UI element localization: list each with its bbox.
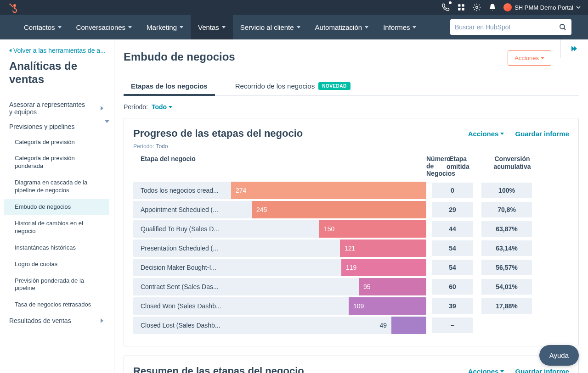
nav-item-informes[interactable]: Informes <box>376 15 424 39</box>
svg-line-9 <box>564 28 565 30</box>
funnel-bar: 274 <box>231 182 426 199</box>
sidebar-section-label: Previsiones y pipelines <box>9 123 74 130</box>
funnel-count: 150 <box>324 225 334 233</box>
caret-down-icon <box>128 26 132 28</box>
nav-item-automatización[interactable]: Automatización <box>308 15 376 39</box>
card-title: Resumen de las etapas del negocio <box>133 365 304 373</box>
svg-rect-6 <box>462 8 464 11</box>
navbar: ContactosConversacionesMarketingVentasSe… <box>0 15 588 39</box>
funnel-skipped-chip: 44 <box>432 221 473 237</box>
tab[interactable]: Recorrido de los negociosNOVEDAD <box>228 77 358 95</box>
funnel-stage-label: Contract Sent (Sales Das... <box>141 283 219 290</box>
caret-down-icon <box>541 57 544 59</box>
funnel-stage-label: Todos los negocios cread... <box>141 187 219 194</box>
chevron-double-right-icon <box>572 46 577 51</box>
funnel-row: Presentation Scheduled (... 121 54 63,14… <box>133 239 569 258</box>
funnel-stage-cell[interactable]: Qualified To Buy (Sales D... 150 <box>133 220 426 238</box>
funnel-bar: 245 <box>252 201 426 218</box>
sidebar-item[interactable]: Tasa de negocios retrasados <box>4 297 109 313</box>
tabs: Etapas de los negociosRecorrido de los n… <box>124 77 579 96</box>
chevron-down-icon <box>105 123 109 130</box>
funnel-stage-cell[interactable]: Decision Maker Bought-I... 119 <box>133 259 426 276</box>
sidebar-section-label: Resultados de ventas <box>9 317 71 324</box>
card-actions-dropdown[interactable]: Acciones <box>468 367 504 373</box>
chevron-down-icon <box>103 318 111 323</box>
avatar <box>503 3 512 11</box>
phone-icon[interactable] <box>441 3 450 12</box>
back-link[interactable]: Volver a las herramientas de a... <box>9 47 106 54</box>
funnel-bar: 95 <box>359 278 426 295</box>
funnel-stage-cell[interactable]: Todos los negocios cread... 274 <box>133 182 426 199</box>
svg-rect-4 <box>462 4 464 6</box>
funnel-skipped-chip: 39 <box>432 298 473 314</box>
sidebar-item[interactable]: Embudo de negocios <box>4 199 109 215</box>
sidebar-section[interactable]: Previsiones y pipelines <box>9 119 109 134</box>
collapse-panel-button[interactable] <box>560 39 588 58</box>
account-switcher[interactable]: SH PMM Demo Portal <box>503 3 581 11</box>
search-box[interactable] <box>450 19 571 35</box>
notifications-icon[interactable] <box>488 3 497 12</box>
search-input[interactable] <box>455 23 559 31</box>
sidebar-section[interactable]: Asesorar a representantes y equipos <box>9 97 109 119</box>
caret-down-icon <box>58 26 62 28</box>
nav-item-conversaciones[interactable]: Conversaciones <box>69 15 140 39</box>
funnel-stage-cell[interactable]: Closed Won (Sales Dashb... 109 <box>133 297 426 315</box>
nav-item-label: Automatización <box>315 23 362 31</box>
save-report-button[interactable]: Guardar informe <box>515 130 569 138</box>
funnel-stage-cell[interactable]: Closed Lost (Sales Dashb... 49 <box>133 317 426 334</box>
sidebar-item[interactable]: Categoría de previsión ponderada <box>4 150 109 174</box>
svg-point-0 <box>13 4 16 7</box>
sidebar-item[interactable]: Categoría de previsión <box>4 134 109 150</box>
caret-down-icon <box>222 26 226 28</box>
funnel-count: 274 <box>236 187 246 194</box>
period-label: Período: <box>124 103 148 111</box>
funnel-conversion-chip: 63,14% <box>481 240 532 256</box>
sidebar-item[interactable]: Previsión ponderada de la pipeline <box>4 273 109 297</box>
funnel-stage-cell[interactable]: Presentation Scheduled (... 121 <box>133 239 426 257</box>
funnel-stage-label: Presentation Scheduled (... <box>141 245 218 252</box>
caret-down-icon <box>180 26 183 28</box>
sidebar-section-label: Asesorar a representantes y equipos <box>9 101 87 116</box>
new-badge: NOVEDAD <box>318 82 351 90</box>
caret-down-icon <box>297 26 300 28</box>
funnel-stage-cell[interactable]: Appointment Scheduled (... 245 <box>133 201 426 218</box>
funnel-conversion-chip: 56,57% <box>481 260 532 275</box>
main-content: Embudo de negocios Acciones Etapas de lo… <box>114 39 588 373</box>
card-actions-dropdown[interactable]: Acciones <box>468 130 504 138</box>
funnel-skipped-chip: 54 <box>432 240 473 256</box>
save-report-button[interactable]: Guardar informe <box>515 367 569 373</box>
nav-item-servicio-al-cliente[interactable]: Servicio al cliente <box>233 15 308 39</box>
funnel-conversion-chip: 17,88% <box>481 298 532 314</box>
funnel-count: 245 <box>256 206 267 213</box>
page-actions-button[interactable]: Acciones <box>508 50 551 66</box>
funnel-count: 121 <box>345 245 355 252</box>
funnel-summary-card: Resumen de las etapas del negocio Accion… <box>124 356 579 373</box>
sidebar-item[interactable]: Historial de cambios en el negocio <box>4 216 109 239</box>
funnel-bar: 150 <box>319 220 426 238</box>
tab-label: Etapas de los negocios <box>131 82 208 90</box>
funnel-stage-label: Decision Maker Bought-I... <box>141 264 216 271</box>
nav-item-marketing[interactable]: Marketing <box>139 15 191 39</box>
funnel-stage-label: Qualified To Buy (Sales D... <box>141 225 219 233</box>
funnel-skipped-chip: – <box>432 317 473 333</box>
funnel-row: Qualified To Buy (Sales D... 150 44 63,8… <box>133 219 569 239</box>
funnel-count: 49 <box>379 322 387 329</box>
sidebar-item[interactable]: Diagrama en cascada de la pipeline de ne… <box>4 175 109 199</box>
marketplace-icon[interactable] <box>457 3 466 12</box>
period-dropdown[interactable]: Todo <box>152 103 172 111</box>
nav-item-ventas[interactable]: Ventas <box>191 15 233 39</box>
sidebar-item[interactable]: Logro de cuotas <box>4 256 109 273</box>
funnel-stage-cell[interactable]: Contract Sent (Sales Das... 95 <box>133 278 426 295</box>
funnel-row: Closed Won (Sales Dashb... 109 39 17,88% <box>133 296 569 316</box>
svg-rect-3 <box>458 4 460 6</box>
funnel-bar: 121 <box>340 239 426 257</box>
tab[interactable]: Etapas de los negocios <box>124 77 215 95</box>
sidebar-item[interactable]: Instantáneas históricas <box>4 240 109 256</box>
nav-item-label: Marketing <box>147 23 177 31</box>
hubspot-logo[interactable] <box>7 2 18 13</box>
header-conversion: Conversión acumulativa <box>487 155 537 177</box>
help-button[interactable]: Ayuda <box>539 345 579 366</box>
sidebar-section[interactable]: Resultados de ventas <box>9 313 109 328</box>
settings-icon[interactable] <box>472 3 481 12</box>
nav-item-contactos[interactable]: Contactos <box>17 15 69 39</box>
